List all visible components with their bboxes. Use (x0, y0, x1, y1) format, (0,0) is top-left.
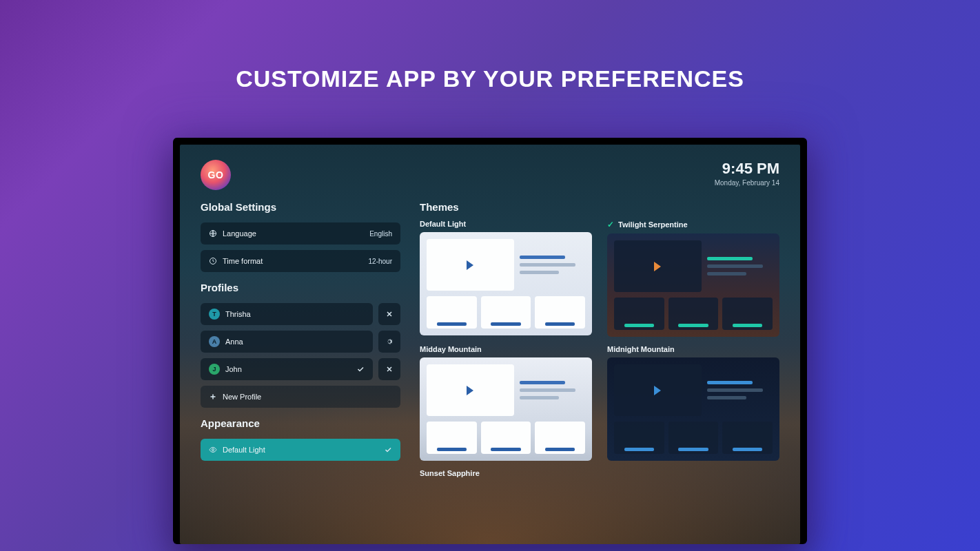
theme-midnight-mountain[interactable]: Midnight Mountain (607, 345, 779, 461)
clock-date: Monday, February 14 (715, 179, 779, 187)
theme-default-light[interactable]: Default Light (420, 220, 592, 337)
profile-row-john[interactable]: J John (201, 358, 373, 380)
plus-icon (209, 393, 217, 401)
profile-remove-button[interactable] (378, 358, 400, 380)
themes-panel: Themes Default Light ✓Twili (420, 198, 779, 526)
appearance-selected-label: Default Light (223, 446, 265, 454)
theme-name: Midnight Mountain (607, 345, 675, 353)
profile-name: John (225, 365, 242, 373)
tv-frame: GO 9:45 PM Monday, February 14 Global Se… (173, 138, 807, 544)
theme-name: Midday Mountain (420, 345, 482, 353)
sidebar: Global Settings Language English Time fo… (201, 198, 400, 526)
theme-preview (420, 357, 592, 461)
new-profile-label: New Profile (223, 393, 261, 401)
theme-preview (420, 232, 592, 335)
close-icon (385, 365, 394, 373)
close-icon (385, 310, 394, 318)
theme-midday-mountain[interactable]: Midday Mountain (420, 345, 592, 461)
theme-preview (607, 357, 779, 461)
new-profile-button[interactable]: New Profile (201, 386, 400, 408)
avatar-icon: J (209, 364, 220, 375)
appearance-selected-row[interactable]: Default Light (201, 439, 400, 461)
profile-settings-button[interactable] (378, 331, 400, 353)
clock-time: 9:45 PM (715, 160, 779, 178)
gear-icon (385, 337, 394, 346)
topbar: GO 9:45 PM Monday, February 14 (201, 160, 779, 190)
avatar-icon: T (209, 309, 220, 320)
check-icon: ✓ (607, 220, 614, 229)
theme-twilight-serpentine[interactable]: ✓Twilight Serpentine (607, 220, 779, 337)
play-icon (654, 386, 661, 395)
time-format-label: Time format (223, 257, 263, 265)
language-value: English (369, 230, 392, 238)
page-title: CUSTOMIZE APP BY YOUR PREFERENCES (0, 0, 980, 92)
avatar-icon: A (209, 336, 220, 347)
check-icon (384, 446, 392, 454)
svg-point-2 (212, 449, 214, 451)
theme-preview (607, 233, 779, 337)
tv-screen: GO 9:45 PM Monday, February 14 Global Se… (180, 145, 800, 544)
language-label: Language (223, 229, 256, 238)
profile-name: Anna (225, 337, 243, 346)
check-icon (356, 365, 365, 373)
theme-name: Sunset Sapphire (420, 469, 480, 477)
global-settings-title: Global Settings (201, 201, 400, 213)
time-format-row[interactable]: Time format 12-hour (201, 250, 400, 272)
globe-icon (209, 229, 217, 238)
theme-name: Twilight Serpentine (618, 220, 688, 229)
play-icon (654, 262, 661, 271)
profile-row-thrisha[interactable]: T Thrisha (201, 303, 373, 325)
profile-remove-button[interactable] (378, 303, 400, 325)
time-format-value: 12-hour (369, 258, 392, 265)
play-icon (467, 386, 473, 395)
language-row[interactable]: Language English (201, 222, 400, 245)
profile-name: Thrisha (225, 310, 251, 318)
eye-icon (209, 446, 217, 454)
play-icon (467, 260, 473, 270)
appearance-title: Appearance (201, 417, 400, 429)
app-logo: GO (201, 160, 231, 190)
clock-icon (209, 257, 217, 265)
theme-sunset-sapphire[interactable]: Sunset Sapphire (420, 469, 592, 477)
themes-title: Themes (420, 201, 779, 213)
theme-name: Default Light (420, 220, 466, 228)
profile-row-anna[interactable]: A Anna (201, 331, 373, 353)
clock: 9:45 PM Monday, February 14 (715, 160, 779, 187)
profiles-title: Profiles (201, 282, 400, 293)
